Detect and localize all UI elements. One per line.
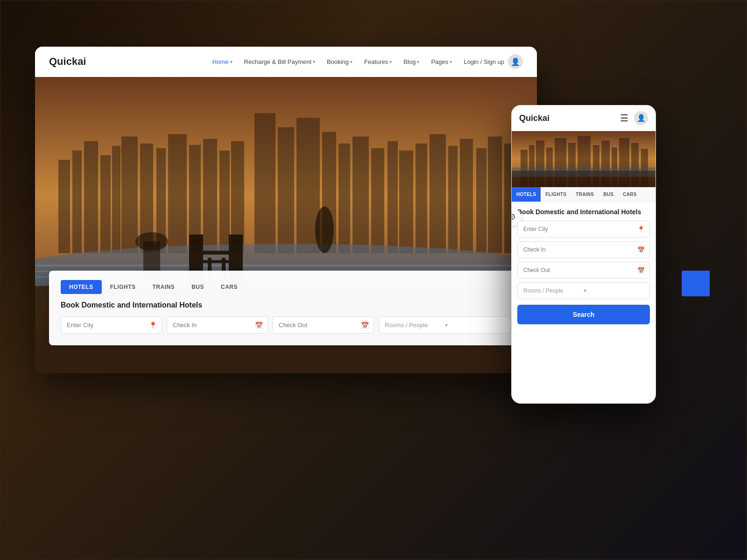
chevron-icon: ▾ <box>230 59 233 64</box>
desktop-tab-hotels[interactable]: HOTELS <box>61 280 102 294</box>
nav-link-pages[interactable]: Pages ▾ <box>426 56 457 68</box>
desktop-navbar: Quickai Home ▾ Recharge & Bill Payment ▾ <box>35 47 537 77</box>
location-icon: 📍 <box>149 322 157 329</box>
mobile-user-avatar: 👤 <box>634 111 648 125</box>
svg-rect-6 <box>121 137 138 253</box>
mobile-city-input[interactable] <box>518 221 649 237</box>
mobile-user-icon: 👤 <box>637 114 646 122</box>
svg-rect-28 <box>488 137 502 253</box>
mobile-tab-bus[interactable]: BUS <box>599 187 618 202</box>
mobile-navbar: Quickai ☰ 👤 <box>512 105 655 131</box>
mobile-tab-cars[interactable]: CARS <box>618 187 641 202</box>
mobile-hero <box>512 131 655 187</box>
desktop-tab-bus[interactable]: BUS <box>183 280 212 294</box>
desktop-tab-cars[interactable]: CARS <box>212 280 246 294</box>
svg-rect-22 <box>399 151 413 253</box>
chevron-down-icon: ▾ <box>445 322 505 329</box>
desktop-checkin-wrap: 📅 <box>167 316 268 334</box>
desktop-city-wrap: 📍 <box>61 316 162 334</box>
svg-rect-19 <box>352 137 369 253</box>
desktop-logo: Quickai <box>49 56 86 68</box>
svg-rect-15 <box>278 127 294 253</box>
mobile-logo: Quickai <box>519 113 620 123</box>
svg-rect-63 <box>512 168 655 177</box>
desktop-search-row: 📍 📅 📅 Rooms / People ▾ <box>61 316 511 334</box>
svg-rect-20 <box>371 148 384 253</box>
login-button[interactable]: Login / Sign up 👤 <box>464 54 523 69</box>
svg-rect-5 <box>112 146 120 253</box>
desktop-nav-links: Home ▾ Recharge & Bill Payment ▾ Booking… <box>208 56 457 68</box>
mobile-location-icon: 📍 <box>637 226 645 233</box>
mobile-tab-flights[interactable]: FLIGHTS <box>541 187 571 202</box>
desktop-checkout-wrap: 📅 <box>273 316 374 334</box>
desktop-checkout-input[interactable] <box>273 317 374 333</box>
svg-rect-1 <box>58 160 70 253</box>
page-container: Quickai Home ▾ Recharge & Bill Payment ▾ <box>0 0 747 560</box>
svg-point-45 <box>315 207 334 253</box>
gear-icon: ⚙ <box>511 212 516 222</box>
nav-link-recharge[interactable]: Recharge & Bill Payment ▾ <box>240 56 320 68</box>
mobile-chevron-down-icon: ▾ <box>584 287 644 294</box>
chevron-icon: ▾ <box>350 59 352 64</box>
mobile-tab-hotels[interactable]: HOTELS <box>512 187 541 202</box>
nav-item-home[interactable]: Home ▾ <box>208 56 237 68</box>
mobile-rooms-select[interactable]: Rooms / People ▾ <box>517 282 650 299</box>
nav-item-recharge[interactable]: Recharge & Bill Payment ▾ <box>240 56 320 68</box>
calendar-icon-2: 📅 <box>361 322 369 329</box>
mobile-calendar-icon-2: 📅 <box>637 267 645 274</box>
nav-link-blog[interactable]: Blog ▾ <box>399 56 424 68</box>
svg-rect-11 <box>203 139 217 253</box>
svg-rect-2 <box>72 151 82 253</box>
svg-rect-23 <box>416 144 427 253</box>
calendar-icon: 📅 <box>255 322 263 329</box>
chevron-icon: ▾ <box>389 59 392 64</box>
desktop-booking-title: Book Domestic and International Hotels <box>61 301 511 309</box>
mobile-search-button[interactable]: Search <box>517 305 650 324</box>
nav-item-pages[interactable]: Pages ▾ <box>426 56 457 68</box>
svg-rect-27 <box>476 148 486 253</box>
nav-link-booking[interactable]: Booking ▾ <box>322 56 357 68</box>
desktop-checkin-input[interactable] <box>167 317 268 333</box>
desktop-booking-panel: HOTELS FLIGHTS TRAINS BUS CARS Book Dome… <box>49 271 523 345</box>
svg-rect-44 <box>189 260 243 263</box>
chevron-icon: ▾ <box>417 59 419 64</box>
nav-link-home[interactable]: Home ▾ <box>208 56 237 68</box>
svg-rect-43 <box>189 251 243 255</box>
user-avatar: 👤 <box>508 54 523 69</box>
svg-rect-14 <box>254 113 275 253</box>
svg-rect-4 <box>100 155 111 253</box>
user-icon: 👤 <box>511 57 520 66</box>
desktop-tab-flights[interactable]: FLIGHTS <box>102 280 144 294</box>
mobile-checkout-wrap: 📅 <box>517 262 650 279</box>
mobile-calendar-icon: 📅 <box>637 246 645 253</box>
nav-item-booking[interactable]: Booking ▾ <box>322 56 357 68</box>
svg-rect-18 <box>338 144 350 253</box>
mobile-checkout-input[interactable] <box>518 262 649 278</box>
mobile-checkin-input[interactable] <box>518 242 649 258</box>
mobile-booking-title: Book Domestic and International Hotels <box>517 208 650 216</box>
svg-rect-24 <box>430 134 446 253</box>
svg-rect-12 <box>219 151 230 253</box>
mobile-booking-panel: HOTELS FLIGHTS TRAINS BUS CARS Book Dome… <box>512 187 655 331</box>
chevron-icon: ▾ <box>450 59 452 64</box>
nav-link-features[interactable]: Features ▾ <box>359 56 396 68</box>
mobile-checkin-wrap: 📅 <box>517 241 650 258</box>
svg-rect-3 <box>84 141 98 253</box>
nav-item-features[interactable]: Features ▾ <box>359 56 396 68</box>
svg-rect-26 <box>460 139 473 253</box>
desktop-tab-bar: HOTELS FLIGHTS TRAINS BUS CARS <box>61 280 511 294</box>
blue-side-button[interactable] <box>682 271 710 296</box>
desktop-mockup: Quickai Home ▾ Recharge & Bill Payment ▾ <box>35 47 537 373</box>
mobile-city-wrap: 📍 <box>517 221 650 238</box>
nav-item-blog[interactable]: Blog ▾ <box>399 56 424 68</box>
mobile-mockup: ⚙ Quickai ☰ 👤 <box>511 105 656 404</box>
svg-rect-33 <box>35 265 537 266</box>
desktop-city-input[interactable] <box>61 317 162 333</box>
svg-rect-9 <box>168 134 187 253</box>
hamburger-icon[interactable]: ☰ <box>620 112 628 124</box>
svg-rect-21 <box>388 141 398 253</box>
mobile-tab-trains[interactable]: TRAINS <box>571 187 599 202</box>
svg-rect-25 <box>448 146 458 253</box>
desktop-tab-trains[interactable]: TRAINS <box>144 280 183 294</box>
desktop-rooms-select[interactable]: Rooms / People ▾ <box>379 316 511 334</box>
